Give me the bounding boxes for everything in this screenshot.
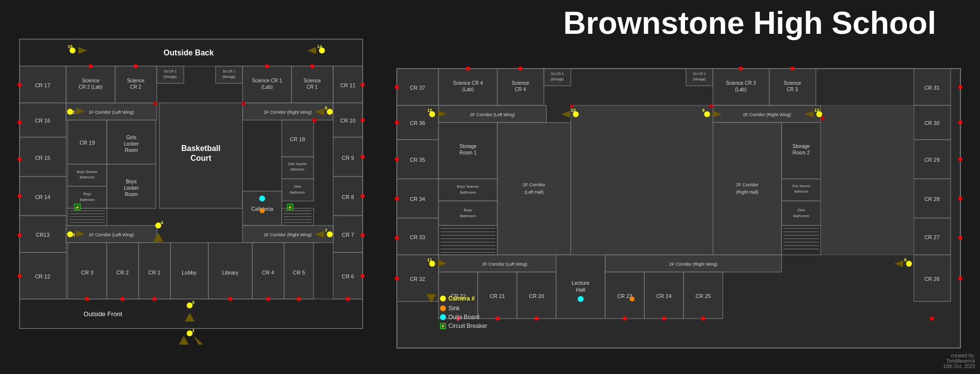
room-cr15: CR 15 xyxy=(35,155,50,161)
camera-7-label: 7 xyxy=(325,228,327,233)
floor-plan-1: Outside Back Outside Front CR 17 CR 16 C… xyxy=(15,15,382,348)
camera-1-triangle-2 xyxy=(194,336,203,345)
red-dot-16 xyxy=(361,274,365,278)
red-dot-5 xyxy=(18,233,22,237)
room-boys-bath-2f-l-2: Bathroom xyxy=(460,214,476,218)
camera-7-dot xyxy=(327,231,333,237)
legend-breaker-icon: ⚡ xyxy=(440,323,446,329)
room-cr26: CR 26 xyxy=(924,276,939,282)
room-sci-cr4-2: CR 4 xyxy=(515,87,526,92)
red-dot-2f-2 xyxy=(395,121,399,125)
room-storage-2-2: Room 2 xyxy=(792,150,809,155)
red-dot-22 xyxy=(297,297,301,301)
legend-camera-triangle xyxy=(426,294,436,303)
camera-1-triangle xyxy=(179,336,189,345)
room-cr21: CR 21 xyxy=(490,293,505,299)
room-girls-bath-2f-r: Girls xyxy=(797,208,805,212)
svg-rect-94 xyxy=(782,225,821,255)
room-girls-locker-3: Room xyxy=(125,148,138,153)
legend: Camera # Sink Ouija Board ⚡ Circuit Brea… xyxy=(426,294,487,329)
room-basketball-2: Court xyxy=(191,154,212,162)
legend-ouija-label: Ouija Board xyxy=(448,314,479,321)
legend-camera-label: Camera # xyxy=(448,295,475,302)
room-boys-locker-3: Room xyxy=(125,192,138,197)
room-boys-bath-1f-2: Bathroom xyxy=(80,198,95,201)
camera-5-label: 5 xyxy=(192,300,195,305)
camera-4-label: 4 xyxy=(161,220,163,225)
outside-back-label: Outside Back xyxy=(164,49,214,57)
camera-1-label: 1 xyxy=(192,328,195,333)
red-dot-2f-6 xyxy=(395,276,399,280)
svg-text:⚡: ⚡ xyxy=(75,205,80,210)
room-girls-bath-2f-r-2: Bathroom xyxy=(793,214,809,218)
red-dot-2f-20 xyxy=(623,317,627,321)
school-title: Brownstone High School xyxy=(529,5,970,41)
red-dot-4 xyxy=(18,194,22,198)
room-sci-cr1-2: CR 1 xyxy=(307,84,318,90)
svg-rect-92 xyxy=(782,201,821,225)
ouija-2f xyxy=(578,296,584,302)
room-cr35: CR 35 xyxy=(410,157,425,163)
room-girls-teacher-bath-2f-r-2: Bathroom xyxy=(794,190,808,193)
red-dot-2f-14 xyxy=(958,197,962,200)
red-dot-14 xyxy=(361,194,365,198)
red-dot-2f-19 xyxy=(535,317,539,321)
svg-rect-13 xyxy=(68,186,107,208)
red-dot-2f-18 xyxy=(495,317,499,321)
camera-15-label: 15 xyxy=(68,44,73,49)
credits-creator: created by: xyxy=(943,353,975,358)
room-cr12: CR 12 xyxy=(35,274,50,279)
room-cr25: CR 25 xyxy=(695,293,710,299)
ouija-cafeteria xyxy=(259,196,265,201)
corridor-2f-left-top: 2F Corridor (Left Wing) xyxy=(470,112,515,117)
camera-13-label: 13 xyxy=(814,108,819,113)
red-dot-19 xyxy=(152,297,156,301)
red-dot-18 xyxy=(121,297,124,301)
red-dot-2f-8 xyxy=(518,67,522,71)
camera-6-label: 6 xyxy=(325,105,327,110)
red-dot-12 xyxy=(361,118,365,122)
red-dot-3 xyxy=(18,157,22,161)
red-dot-8 xyxy=(134,64,138,68)
room-sci-cr4-storage: Sci CR 4 xyxy=(551,72,564,75)
door-marker-3 xyxy=(313,119,316,122)
red-dot-2f-13 xyxy=(958,157,962,161)
room-boys-bath-1f: Boys xyxy=(83,192,91,196)
corridor-2f-right-hall-2: (Right Hall) xyxy=(736,190,758,195)
svg-rect-70 xyxy=(497,123,571,255)
room-girls-locker-2: Locker xyxy=(124,141,139,147)
room-sci-cr4-lab-2: (Lab) xyxy=(462,87,473,92)
red-dot-2f-23 xyxy=(930,317,934,321)
room-cr4: CR 4 xyxy=(262,270,274,275)
room-cr13: CR13 xyxy=(36,232,49,238)
camera-8-label: 8 xyxy=(904,257,906,262)
room-cr32: CR 32 xyxy=(410,276,425,282)
room-boys-locker-2: Locker xyxy=(124,185,139,191)
legend-camera-dot xyxy=(440,296,446,301)
camera-11-label: 11 xyxy=(427,257,432,262)
room-sci-cr4: Science xyxy=(512,80,529,86)
room-cr3: CR 3 xyxy=(81,270,93,275)
room-cr31: CR 31 xyxy=(924,85,939,91)
room-cr16: CR 16 xyxy=(35,118,50,124)
room-cr33: CR 33 xyxy=(410,234,425,240)
room-sci-cr1-storage-2: (Storage) xyxy=(222,75,235,79)
red-dot-17 xyxy=(85,297,89,301)
red-dot-2f-11 xyxy=(958,85,962,89)
room-cr20: CR 20 xyxy=(529,293,544,299)
corridor-1f-left-bot: 1F Corridor (Left Wing) xyxy=(89,232,134,237)
room-cr10: CR 10 xyxy=(340,118,355,124)
camera-3-label: 3 xyxy=(73,232,75,237)
red-dot-20 xyxy=(228,297,232,301)
room-girls-teacher-bath-2f-r: Girls Teacher xyxy=(792,184,811,188)
room-cr2: CR 2 xyxy=(116,270,128,275)
room-sci-cr3-2: CR 3 xyxy=(787,87,798,92)
red-dot-7 xyxy=(89,64,93,68)
room-cr19: CR 19 xyxy=(79,140,95,146)
red-dot-23 xyxy=(346,297,350,301)
corridor-2f-right-hall: 2F Corridor xyxy=(736,182,759,187)
room-sci-cr1-storage: Sci CR 1 xyxy=(222,70,235,73)
room-sci-cr2-storage-2: (Storage) xyxy=(163,75,176,79)
door-marker-2 xyxy=(242,102,245,105)
svg-rect-71 xyxy=(439,225,497,255)
